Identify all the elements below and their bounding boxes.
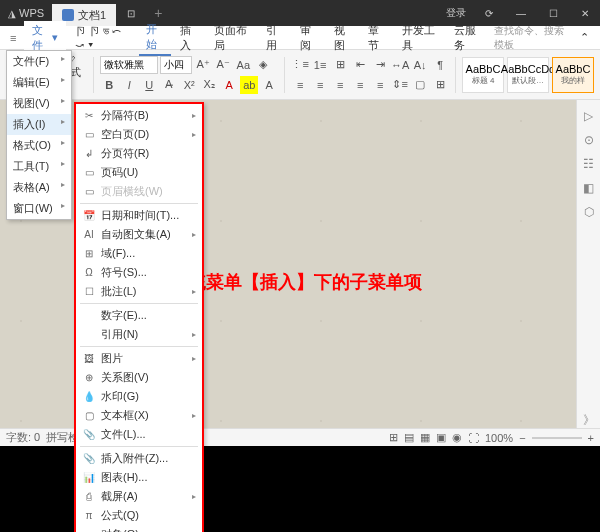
wps-logo[interactable]: ◮ WPS [0,7,52,19]
align-right[interactable]: ≡ [331,76,349,94]
maximize-button[interactable]: ☐ [538,0,568,26]
tab-ref[interactable]: 引用 [259,21,291,55]
menu-item[interactable]: 表格(A)▸ [7,177,71,198]
submenu-item[interactable]: ▭空白页(D)▸ [76,125,202,144]
submenu-item[interactable]: 📅日期和时间(T)... [76,206,202,225]
view-full[interactable]: ⛶ [468,432,479,444]
menu-item[interactable]: 格式(O)▸ [7,135,71,156]
view-outline[interactable]: ▤ [404,431,414,444]
menubar: ≡ 文件 ▾ 卪 卪 ভ ⤺ ⤻ ▾ 开始 插入 页面布局 引用 审阅 视图 章… [0,26,600,50]
sort[interactable]: A↓ [411,56,429,74]
strike-button[interactable]: A̶ [160,76,178,94]
collapse-ribbon[interactable]: ⌃ [573,29,596,46]
font-color[interactable]: A [220,76,238,94]
submenu-item[interactable]: 🖼图片▸ [76,349,202,368]
decrease-font[interactable]: A⁻ [214,56,232,74]
close-button[interactable]: ✕ [570,0,600,26]
submenu-item[interactable]: 📊图表(H)... [76,468,202,487]
sub-button[interactable]: X₂ [200,76,218,94]
style-heading4[interactable]: AaBbC标题 4 [462,57,504,93]
layer-icon[interactable]: ◧ [581,180,597,196]
clear-format[interactable]: ◈ [254,56,272,74]
underline-button[interactable]: U [140,76,158,94]
submenu-item[interactable]: ✂分隔符(B)▸ [76,106,202,125]
view-focus[interactable]: ◉ [452,431,462,444]
char-scale[interactable]: ↔A [391,56,409,74]
indent-inc[interactable]: ⇥ [371,56,389,74]
zoom-out[interactable]: − [519,432,525,444]
submenu-item[interactable]: Ω符号(S)... [76,263,202,282]
submenu-item[interactable]: 🏷对象(O)... [76,525,202,532]
tab-layout[interactable]: 页面布局 [207,21,257,55]
submenu-item[interactable]: ▭页码(U) [76,163,202,182]
menu-item[interactable]: 文件(F)▸ [7,51,71,72]
tab-chapter[interactable]: 章节 [361,21,393,55]
shading[interactable]: ▢ [411,76,429,94]
align-center[interactable]: ≡ [311,76,329,94]
indent-dec[interactable]: ⇤ [351,56,369,74]
tab-btn[interactable]: 卪 卪 ভ ⤺ ⤻ ▾ [68,22,138,54]
view-read[interactable]: ▣ [436,431,446,444]
nav-icon[interactable]: ☷ [581,156,597,172]
hamburger-icon[interactable]: ≡ [4,32,22,44]
submenu-item[interactable]: AI自动图文集(A)▸ [76,225,202,244]
show-marks[interactable]: ¶ [431,56,449,74]
style-my[interactable]: AaBbC我的样 [552,57,594,93]
submenu-item[interactable]: ⊕关系图(V) [76,368,202,387]
zoom-slider[interactable] [532,437,582,439]
submenu-item[interactable]: 引用(N)▸ [76,325,202,344]
shape-icon[interactable]: ⬡ [581,204,597,220]
tab-review[interactable]: 审阅 [293,21,325,55]
zoom-in[interactable]: + [588,432,594,444]
super-button[interactable]: X² [180,76,198,94]
login-button[interactable]: 登录 [440,6,472,20]
number-list[interactable]: 1≡ [311,56,329,74]
align-left[interactable]: ≡ [291,76,309,94]
word-count[interactable]: 字数: 0 [6,430,40,445]
submenu-item[interactable]: 📎文件(L)... [76,425,202,444]
menu-item[interactable]: 视图(V)▸ [7,93,71,114]
increase-font[interactable]: A⁺ [194,56,212,74]
search-box[interactable]: 查找命令、搜索模板 [490,24,571,52]
multi-list[interactable]: ⊞ [331,56,349,74]
change-case[interactable]: Aa [234,56,252,74]
submenu-item[interactable]: 数字(E)... [76,306,202,325]
align-dist[interactable]: ≡ [371,76,389,94]
font-size-input[interactable] [160,56,192,74]
tab-insert[interactable]: 插入 [173,21,205,55]
char-border[interactable]: A [260,76,278,94]
submenu-item[interactable]: π公式(Q) [76,506,202,525]
menu-item[interactable]: 窗口(W)▸ [7,198,71,219]
settings-icon[interactable]: ⊙ [581,132,597,148]
insert-submenu: ✂分隔符(B)▸▭空白页(D)▸↲分页符(R)▭页码(U)▭页眉横线(W)📅日期… [74,102,204,532]
submenu-item[interactable]: 📎插入附件(Z)... [76,449,202,468]
minimize-button[interactable]: — [506,0,536,26]
zoom-level[interactable]: 100% [485,432,513,444]
line-spacing[interactable]: ⇕≡ [391,76,409,94]
view-web[interactable]: ▦ [420,431,430,444]
collapse-panel[interactable]: 》 [581,412,597,428]
italic-button[interactable]: I [120,76,138,94]
submenu-item[interactable]: ☐批注(L)▸ [76,282,202,301]
borders[interactable]: ⊞ [431,76,449,94]
select-icon[interactable]: ▷ [581,108,597,124]
menu-item[interactable]: 工具(T)▸ [7,156,71,177]
submenu-item[interactable]: ▢文本框(X)▸ [76,406,202,425]
submenu-item[interactable]: ▭页眉横线(W) [76,182,202,201]
style-default[interactable]: AaBbCcDd默认段… [507,57,549,93]
align-justify[interactable]: ≡ [351,76,369,94]
view-print[interactable]: ⊞ [389,431,398,444]
menu-item[interactable]: 插入(I)▸ [7,114,71,135]
submenu-item[interactable]: ↲分页符(R) [76,144,202,163]
tab-start[interactable]: 开始 [139,20,171,56]
highlight[interactable]: ab [240,76,258,94]
bullet-list[interactable]: ⋮≡ [291,56,309,74]
submenu-item[interactable]: ⊞域(F)... [76,244,202,263]
menu-item[interactable]: 编辑(E)▸ [7,72,71,93]
tab-dev[interactable]: 开发工具 [395,21,445,55]
font-name-input[interactable] [100,56,158,74]
submenu-item[interactable]: 💧水印(G) [76,387,202,406]
tab-view[interactable]: 视图 [327,21,359,55]
submenu-item[interactable]: ⎙截屏(A)▸ [76,487,202,506]
bold-button[interactable]: B [100,76,118,94]
